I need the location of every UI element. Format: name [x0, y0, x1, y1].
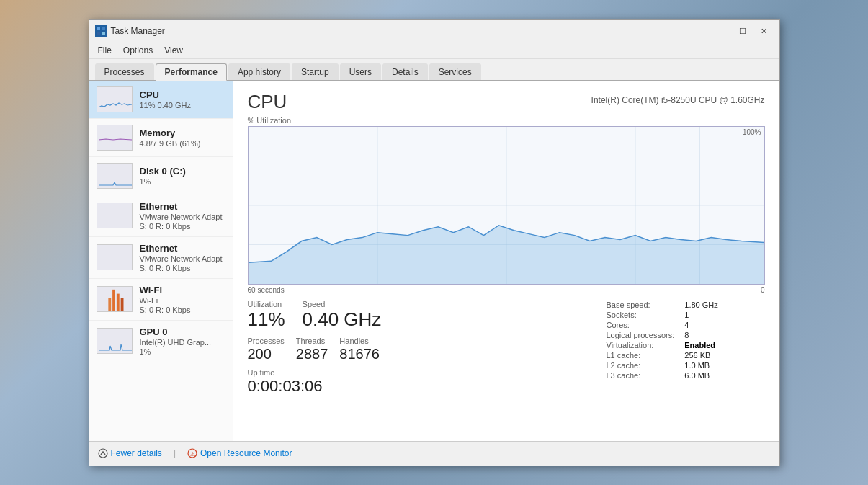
sidebar-item-ethernet2[interactable]: Ethernet VMware Network Adapt S: 0 R: 0 … [89, 237, 233, 279]
cores-label: Cores: [607, 320, 679, 330]
utilization-value: 11% [248, 308, 285, 331]
tab-performance[interactable]: Performance [156, 63, 227, 81]
sidebar-item-gpu[interactable]: GPU 0 Intel(R) UHD Grap... 1% [89, 321, 233, 362]
ethernet1-sidebar-sub2: S: 0 R: 0 Kbps [140, 222, 223, 231]
close-button[interactable]: ✕ [755, 24, 774, 38]
main-panel: CPU Intel(R) Core(TM) i5-8250U CPU @ 1.6… [233, 81, 779, 441]
gpu-sidebar-label: GPU 0 [140, 326, 212, 337]
spec-row-l2: L2 cache: 1.0 MB [607, 360, 722, 370]
spec-row-sockets: Sockets: 1 [607, 310, 722, 320]
ethernet1-thumbnail [97, 203, 133, 228]
sidebar-item-disk[interactable]: Disk 0 (C:) 1% [89, 157, 233, 195]
memory-sidebar-label: Memory [140, 128, 201, 138]
disk-thumbnail [97, 163, 133, 189]
threads-group: Threads 2887 [296, 337, 328, 362]
chart-y-label: % Utilization [248, 116, 765, 125]
cpu-chart: 100% [248, 126, 765, 285]
ethernet1-sidebar-sub1: VMware Network Adapt [140, 213, 223, 221]
svg-rect-6 [120, 298, 123, 311]
handles-label: Handles [339, 337, 380, 345]
menubar: File Options View [89, 43, 779, 59]
utilization-group: Utilization 11% [248, 300, 285, 331]
wifi-sidebar-sub1: Wi-Fi [140, 296, 191, 305]
window-title: Task Manager [111, 26, 712, 36]
spec-row-cores: Cores: 4 [607, 320, 722, 330]
cpu-sidebar-label: CPU [140, 89, 192, 100]
l3-value: 6.0 MB [679, 370, 722, 381]
chart-time-left: 60 seconds [248, 286, 285, 294]
svg-text:⚠: ⚠ [190, 451, 195, 458]
specs-table: Base speed: 1.80 GHz Sockets: 1 Cores: 4 [607, 300, 722, 381]
app-icon [95, 25, 107, 37]
chart-y-max: 100% [743, 128, 761, 136]
chevron-up-icon [98, 448, 108, 458]
sidebar-item-cpu[interactable]: CPU 11% 0.40 GHz [89, 81, 233, 119]
sidebar-item-ethernet1[interactable]: Ethernet VMware Network Adapt S: 0 R: 0 … [89, 195, 233, 237]
chart-time-labels: 60 seconds 0 [248, 286, 765, 294]
content-area: CPU 11% 0.40 GHz Memory 4.8/7.9 GB (61%) [89, 81, 779, 441]
svg-rect-1 [102, 27, 105, 30]
gpu-sidebar-sub2: 1% [140, 347, 212, 356]
threads-label: Threads [296, 337, 328, 345]
tab-details[interactable]: Details [382, 63, 428, 80]
svg-rect-2 [97, 32, 100, 35]
ethernet1-sidebar-label: Ethernet [140, 201, 223, 212]
restore-button[interactable]: ☐ [733, 24, 752, 38]
handles-group: Handles 81676 [339, 337, 380, 362]
svg-marker-18 [249, 225, 764, 283]
virtualization-value: Enabled [679, 340, 722, 350]
footer-separator: | [174, 448, 176, 458]
sidebar-item-wifi[interactable]: Wi-Fi Wi-Fi S: 0 R: 0 Kbps [89, 279, 233, 321]
base-speed-value: 1.80 GHz [679, 300, 722, 310]
left-stats: Utilization 11% Speed 0.40 GHz Processes… [248, 300, 607, 396]
tab-users[interactable]: Users [340, 63, 381, 80]
menu-options[interactable]: Options [117, 44, 158, 57]
resource-monitor-container: ⚠ Open Resource Monitor [187, 448, 292, 458]
tab-apphistory[interactable]: App history [228, 63, 290, 80]
tab-processes[interactable]: Processes [95, 63, 154, 80]
ethernet2-sidebar-text: Ethernet VMware Network Adapt S: 0 R: 0 … [140, 243, 223, 272]
ethernet2-sidebar-sub2: S: 0 R: 0 Kbps [140, 264, 223, 272]
resource-monitor-icon: ⚠ [187, 448, 197, 458]
proc-thread-handle-row: Processes 200 Threads 2887 Handles 81676 [248, 337, 607, 362]
memory-sidebar-text: Memory 4.8/7.9 GB (61%) [140, 128, 201, 148]
tab-startup[interactable]: Startup [292, 63, 339, 80]
l2-value: 1.0 MB [679, 360, 722, 370]
svg-rect-4 [112, 290, 115, 312]
ethernet2-sidebar-label: Ethernet [140, 243, 223, 254]
uptime-value: 0:00:03:06 [248, 377, 607, 396]
disk-sidebar-sub: 1% [140, 177, 186, 186]
uptime-label: Up time [248, 368, 607, 377]
processes-value: 200 [248, 345, 285, 362]
disk-sidebar-label: Disk 0 (C:) [140, 166, 186, 177]
resource-monitor-link[interactable]: Open Resource Monitor [200, 448, 292, 458]
tab-services[interactable]: Services [429, 63, 481, 80]
menu-file[interactable]: File [92, 44, 117, 57]
spec-row-logical: Logical processors: 8 [607, 330, 722, 340]
tabbar: Processes Performance App history Startu… [89, 59, 779, 81]
ethernet2-sidebar-sub1: VMware Network Adapt [140, 254, 223, 263]
cpu-chart-area: % Utilization 100% [248, 116, 765, 294]
sockets-label: Sockets: [607, 310, 679, 320]
footer: Fewer details | ⚠ Open Resource Monitor [89, 441, 779, 466]
memory-thumbnail [97, 125, 133, 151]
sidebar-item-memory[interactable]: Memory 4.8/7.9 GB (61%) [89, 119, 233, 157]
processes-group: Processes 200 [248, 337, 285, 362]
window-controls: — ☐ ✕ [712, 24, 774, 38]
fewer-details-container: Fewer details [98, 448, 162, 458]
spec-row-virtualization: Virtualization: Enabled [607, 340, 722, 350]
wifi-sidebar-text: Wi-Fi Wi-Fi S: 0 R: 0 Kbps [140, 285, 191, 314]
main-header: CPU Intel(R) Core(TM) i5-8250U CPU @ 1.6… [248, 91, 765, 113]
spec-row-l1: L1 cache: 256 KB [607, 350, 722, 360]
l2-label: L2 cache: [607, 360, 679, 370]
logical-label: Logical processors: [607, 330, 679, 340]
utilization-speed-row: Utilization 11% Speed 0.40 GHz [248, 300, 607, 331]
titlebar: Task Manager — ☐ ✕ [89, 20, 779, 43]
fewer-details-link[interactable]: Fewer details [111, 448, 162, 458]
sidebar: CPU 11% 0.40 GHz Memory 4.8/7.9 GB (61%) [89, 81, 233, 441]
memory-sidebar-sub: 4.8/7.9 GB (61%) [140, 139, 201, 148]
menu-view[interactable]: View [158, 44, 189, 57]
uptime-group: Up time 0:00:03:06 [248, 368, 607, 396]
minimize-button[interactable]: — [712, 24, 730, 38]
gpu-sidebar-sub1: Intel(R) UHD Grap... [140, 338, 212, 347]
